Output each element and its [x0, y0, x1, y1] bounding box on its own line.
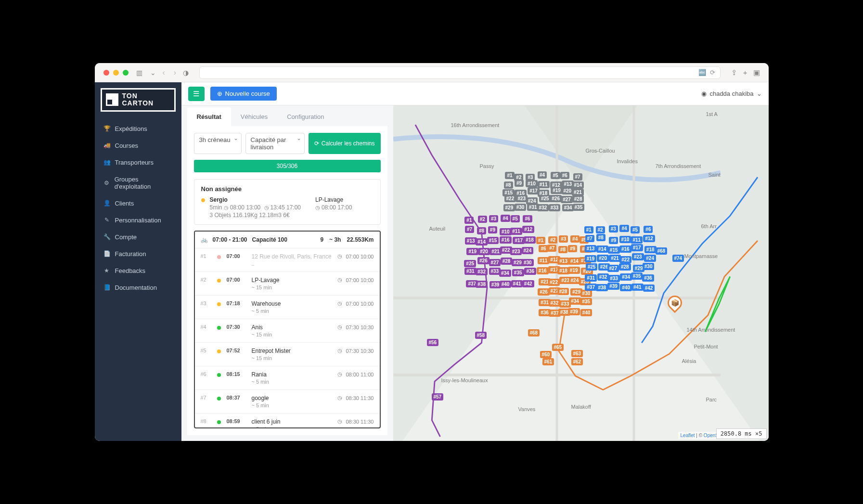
- map-marker[interactable]: #62: [571, 358, 583, 365]
- maximize-window-icon[interactable]: [123, 70, 129, 76]
- map-marker[interactable]: #24: [522, 247, 534, 254]
- map-marker[interactable]: #1: [464, 217, 474, 224]
- map-marker[interactable]: #13: [585, 245, 597, 252]
- map-marker[interactable]: #32: [597, 273, 609, 281]
- map-marker[interactable]: #26: [538, 288, 550, 296]
- map-marker[interactable]: #5: [511, 215, 520, 222]
- map-marker[interactable]: #1: [584, 226, 593, 233]
- sidebar-item-transporteurs[interactable]: 👥Transporteurs: [95, 154, 181, 171]
- map-marker[interactable]: #32: [476, 268, 488, 275]
- map-marker[interactable]: #34: [569, 297, 581, 305]
- map-marker[interactable]: #40: [500, 281, 512, 288]
- map-marker[interactable]: #25: [539, 195, 551, 202]
- map-marker[interactable]: #33: [608, 275, 620, 282]
- new-tab-icon[interactable]: +: [743, 68, 747, 77]
- route-stop[interactable]: #3 07:18 Warehouse ~ 5 min 07:00 10:00: [195, 296, 380, 319]
- map-marker[interactable]: #24: [644, 255, 656, 262]
- map-marker[interactable]: #58: [475, 332, 487, 339]
- map-marker[interactable]: #39: [607, 283, 619, 290]
- map-marker[interactable]: #6: [539, 245, 548, 252]
- map-marker[interactable]: #14: [596, 246, 608, 253]
- map-marker[interactable]: #22: [504, 195, 516, 202]
- map-marker[interactable]: #36: [524, 268, 536, 275]
- map-marker[interactable]: #56: [427, 339, 439, 346]
- map-marker[interactable]: #60: [540, 351, 552, 358]
- map-marker[interactable]: #28: [572, 195, 584, 203]
- map-marker[interactable]: #41: [511, 280, 523, 287]
- map-marker[interactable]: #12: [643, 235, 655, 242]
- map-marker[interactable]: #35: [631, 272, 643, 280]
- map-marker[interactable]: #8: [477, 227, 486, 234]
- map-marker[interactable]: #61: [542, 358, 554, 365]
- menu-toggle-button[interactable]: ☰: [188, 87, 205, 101]
- map-marker[interactable]: #35: [580, 298, 592, 305]
- map-marker[interactable]: #21: [609, 255, 621, 262]
- calculate-paths-button[interactable]: ⟳ Calculer les chemins: [309, 133, 381, 154]
- map-marker[interactable]: #9: [609, 237, 618, 244]
- map-marker[interactable]: #34: [562, 204, 574, 211]
- tab-result[interactable]: Résultat: [187, 107, 231, 126]
- map-marker[interactable]: #13: [465, 237, 477, 245]
- map-marker[interactable]: #9: [488, 226, 497, 233]
- leaflet-link[interactable]: Leaflet: [681, 433, 695, 438]
- map-marker[interactable]: #7: [585, 235, 594, 242]
- map-marker[interactable]: #34: [499, 270, 511, 277]
- map-marker[interactable]: #17: [631, 244, 643, 251]
- route-stop[interactable]: #1 07:00 12 Rue de Rivoli, Paris, France…: [195, 248, 380, 272]
- map-marker[interactable]: #6: [644, 226, 653, 233]
- translate-icon[interactable]: 🔤: [698, 69, 706, 76]
- route-stop[interactable]: #5 07:52 Entrepot Mister ~ 15 min 07:30 …: [195, 343, 380, 366]
- map-marker[interactable]: #28: [557, 288, 569, 295]
- tab-config[interactable]: Configuration: [277, 107, 334, 126]
- map-marker[interactable]: #2: [548, 236, 557, 244]
- tabs-overview-icon[interactable]: ▣: [753, 68, 760, 77]
- map-marker[interactable]: #4: [501, 215, 510, 222]
- map-marker[interactable]: #4: [538, 171, 547, 179]
- map-marker[interactable]: #18: [524, 236, 536, 244]
- map-marker[interactable]: #41: [631, 284, 644, 291]
- route-stop[interactable]: #6 08:15 Rania ~ 5 min 08:00 11:00: [195, 366, 380, 390]
- map-marker[interactable]: #28: [619, 263, 631, 271]
- map-marker[interactable]: #11: [538, 257, 550, 264]
- map-marker[interactable]: #27: [607, 265, 619, 272]
- sidebar-item-courses[interactable]: 🚚Courses: [95, 137, 181, 154]
- sidebar-item-personnalisation[interactable]: ✎Personnalisation: [95, 212, 181, 229]
- shield-icon[interactable]: ◑: [183, 69, 189, 77]
- slot-select[interactable]: 3h créneau: [194, 133, 242, 154]
- map-marker[interactable]: #7: [465, 226, 474, 233]
- route-stop[interactable]: #8 08:59 client 6 juin ~ 5 min 08:30 11:…: [195, 414, 380, 428]
- map-marker[interactable]: #16: [537, 267, 549, 274]
- sidebar-item-documentation[interactable]: 📘Documentation: [95, 279, 181, 296]
- map-marker[interactable]: #12: [522, 226, 534, 233]
- map-marker[interactable]: #8: [504, 181, 513, 189]
- share-icon[interactable]: ⇪: [731, 68, 737, 77]
- map-marker[interactable]: #26: [477, 257, 489, 264]
- map-marker[interactable]: #14: [572, 181, 584, 189]
- map-marker[interactable]: #10: [526, 180, 538, 187]
- map-marker[interactable]: #10: [619, 236, 631, 243]
- map-marker[interactable]: #8: [596, 234, 605, 241]
- map-marker[interactable]: #39: [568, 308, 580, 315]
- sidebar-item-feedbacks[interactable]: ★Feedbacks: [95, 262, 181, 279]
- map-marker[interactable]: #2: [596, 226, 605, 233]
- map-marker[interactable]: #27: [489, 259, 501, 266]
- map-marker[interactable]: #4: [619, 225, 629, 232]
- map-marker[interactable]: #68: [656, 247, 668, 255]
- sidebar-item-groupes-d-exploitation[interactable]: ⚙Groupes d'exploitation: [95, 171, 181, 195]
- map-marker[interactable]: #16: [500, 236, 512, 244]
- user-menu[interactable]: ◉ chadda chakiba ⌄: [701, 90, 761, 97]
- map-marker[interactable]: #16: [619, 246, 631, 253]
- map-marker[interactable]: #38: [476, 281, 488, 288]
- map-marker[interactable]: #68: [528, 329, 540, 336]
- map-marker[interactable]: #35: [512, 269, 524, 276]
- new-course-button[interactable]: ⊕ Nouvelle course: [210, 87, 277, 101]
- map-marker[interactable]: #20: [478, 248, 490, 255]
- map-marker[interactable]: #19: [568, 267, 580, 274]
- map-marker[interactable]: #7: [573, 173, 582, 181]
- map-marker[interactable]: #36: [642, 274, 654, 282]
- map-marker[interactable]: #19: [551, 187, 563, 194]
- close-window-icon[interactable]: [103, 70, 109, 76]
- map-marker[interactable]: #30: [643, 263, 655, 270]
- map-marker[interactable]: #33: [549, 204, 561, 211]
- map-marker[interactable]: #3: [609, 225, 618, 233]
